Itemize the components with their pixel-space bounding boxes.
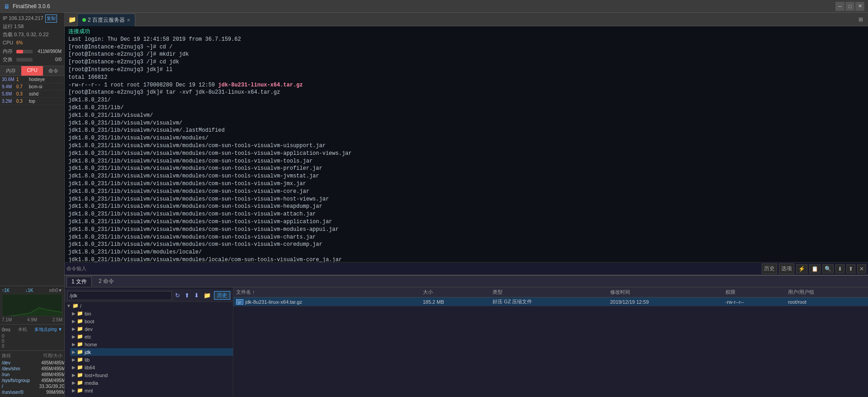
- clipboard-button[interactable]: 📋: [809, 264, 821, 273]
- folder-icon: 📁: [77, 311, 83, 316]
- command-input[interactable]: [90, 266, 762, 272]
- dir-item-mnt[interactable]: ▶ 📁 mnt: [70, 387, 233, 394]
- tab-command[interactable]: 命令: [43, 66, 64, 76]
- net-upload: ↑1K: [2, 288, 9, 293]
- dir-item-boot[interactable]: ▶ 📁 boot: [70, 317, 233, 325]
- cpu-stat-row: CPU 6%: [3, 39, 62, 47]
- tab-commands[interactable]: 2 命令: [94, 276, 119, 287]
- dir-item-dev[interactable]: ▶ 📁 dev: [70, 325, 233, 333]
- dir-item-lib[interactable]: ▶ 📁 lib: [70, 356, 233, 364]
- terminal-input-bar: 命令输入 历史 选项 ⚡ 📋 🔍 ⬇ ⬆ ✕: [65, 262, 868, 275]
- file-owner-cell: root/root: [785, 297, 868, 306]
- folder-icon: 📁: [77, 341, 83, 347]
- bottom-tabs: 1 文件 2 命令: [65, 276, 868, 287]
- title-bar-left: 🖥 FinalShell 3.0.6: [4, 3, 50, 10]
- new-folder-button[interactable]: 📁: [202, 292, 212, 299]
- disk-item: /dev/shm 495M/495M: [2, 366, 62, 372]
- dir-item-home[interactable]: ▶ 📁 home: [70, 340, 233, 348]
- dir-name: jdk: [85, 349, 91, 355]
- ping-label: 0ms: [2, 327, 10, 332]
- disk-item: /run 488M/495M: [2, 372, 62, 378]
- dir-item-lib64[interactable]: ▶ 📁 lib64: [70, 364, 233, 371]
- term-line: jdk1.8.0_231/lib/visualvm/: [68, 112, 864, 120]
- mem-stat-row: 内存 411M/990M: [3, 48, 62, 56]
- ping-row-1: 0ms 本机 多地点ping ▼: [2, 326, 62, 333]
- upload-button[interactable]: ⬆: [846, 264, 855, 273]
- swap-label: 交换: [3, 56, 14, 64]
- minimize-button[interactable]: ─: [835, 2, 844, 11]
- term-line: jdk1.8.0_231/lib/visualvm/visualvm/.last…: [68, 127, 864, 134]
- lightning-button[interactable]: ⚡: [796, 264, 807, 273]
- bottom-panel: 1 文件 2 命令 ↻ ⬆ ⬇ 📁 历史: [65, 275, 868, 397]
- swap-stat-row: 交换 0/0: [3, 56, 62, 64]
- disk-avail: 495M/495M: [33, 366, 65, 371]
- folder-icon: 📁: [77, 318, 83, 324]
- folder-button[interactable]: 📁: [66, 14, 77, 25]
- layout-button[interactable]: ⊞: [855, 14, 866, 25]
- history-button[interactable]: 历史: [762, 263, 777, 274]
- close-term-button[interactable]: ✕: [857, 264, 866, 273]
- terminal[interactable]: 连接成功 Last login: Thu Dec 19 12:41:58 201…: [65, 26, 868, 262]
- term-line: [root@Instance-e2znujq3 jdk]# tar -xvf j…: [68, 89, 864, 96]
- col-perms[interactable]: 权限: [723, 287, 785, 297]
- highlighted-filename: jdk-8u231-linux-x64.tar.gz: [218, 82, 303, 88]
- dir-item-etc[interactable]: ▶ 📁 etc: [70, 333, 233, 340]
- tab-memory[interactable]: 内存: [0, 66, 21, 76]
- dir-item-jdk[interactable]: ▶ 📁 jdk: [70, 348, 233, 356]
- disk-path: /sys/fs/cgroup: [2, 378, 33, 383]
- ip-row: IP 106.13.224.217 复制: [3, 14, 62, 23]
- terminal-toolbar: 历史 选项 ⚡ 📋 🔍 ⬇ ⬆ ✕: [762, 263, 866, 274]
- proc-item: 9.4M 0.7 bcm-si: [0, 83, 64, 91]
- server-tab[interactable]: 2 百度云服务器 ✕: [77, 14, 135, 26]
- proc-cpu-val: 0.7: [16, 84, 29, 89]
- term-line: jdk1.8.0_231/lib/visualvm/modules/locale…: [68, 249, 864, 256]
- maximize-button[interactable]: □: [845, 2, 854, 11]
- disk-avail: 488M/495M: [33, 372, 65, 377]
- proc-size: 5.8M: [2, 91, 16, 96]
- options-button[interactable]: 选项: [779, 263, 794, 274]
- proc-cpu-val: 1: [16, 77, 29, 82]
- file-table: 文件名 ↑ 大小 类型 修改时间 权限 用户/用户组: [233, 287, 868, 306]
- dir-item-media[interactable]: ▶ 📁 media: [70, 379, 233, 387]
- dir-name: lib: [85, 357, 90, 363]
- col-filename[interactable]: 文件名 ↑: [233, 287, 420, 297]
- term-line: jdk1.8.0_231/lib/visualvm/visualvm/modul…: [68, 158, 864, 165]
- col-type[interactable]: 类型: [490, 287, 607, 297]
- uptime-label: 运行 1:58: [3, 23, 62, 31]
- col-size[interactable]: 大小: [420, 287, 490, 297]
- folder-icon: 📁: [72, 303, 79, 309]
- dir-item-bin[interactable]: ▶ 📁 bin: [70, 310, 233, 317]
- close-button[interactable]: ✕: [855, 2, 864, 11]
- download-file-button[interactable]: ⬇: [193, 292, 200, 299]
- search-button[interactable]: 🔍: [822, 264, 834, 273]
- sidebar-info: IP 106.13.224.217 复制 运行 1:58 负载 0.73, 0.…: [3, 14, 62, 64]
- mem-bar: [16, 50, 23, 53]
- cpu-value: 6%: [16, 39, 23, 47]
- download-button[interactable]: ⬇: [835, 264, 844, 273]
- copy-ip-button[interactable]: 复制: [45, 14, 57, 23]
- tab-close-button[interactable]: ✕: [127, 18, 130, 23]
- dir-expand-arrow: ▶: [72, 380, 76, 385]
- upload-file-button[interactable]: ⬆: [183, 292, 191, 299]
- folder-icon: 📁: [77, 349, 83, 355]
- tab-files[interactable]: 1 文件: [66, 277, 92, 287]
- refresh-button[interactable]: ↻: [174, 292, 181, 299]
- disk-col-path: 路径: [2, 353, 11, 359]
- dir-name: dev: [85, 326, 93, 332]
- dir-name: boot: [85, 319, 94, 324]
- col-modified[interactable]: 修改时间: [607, 287, 723, 297]
- dir-name: home: [85, 342, 97, 347]
- file-history-button[interactable]: 历史: [214, 291, 230, 300]
- dir-item-root[interactable]: ▼ 📁 /: [65, 302, 233, 310]
- load-label: 负载 0.73, 0.32, 0.22: [3, 31, 62, 39]
- folder-icon: 📁: [77, 364, 83, 370]
- file-path-input[interactable]: [67, 291, 172, 300]
- dir-item-lost+found[interactable]: ▶ 📁 lost+found: [70, 371, 233, 379]
- col-owner[interactable]: 用户/用户组: [785, 287, 868, 297]
- cpu-label: CPU: [3, 39, 14, 47]
- multi-ping-button[interactable]: 多地点ping ▼: [34, 326, 62, 333]
- table-row[interactable]: gz jdk-8u231-linux-x64.tar.gz 185.2 MB 好…: [233, 297, 868, 306]
- dir-name: /: [80, 303, 81, 309]
- disk-path: /run: [2, 372, 33, 377]
- tab-cpu[interactable]: CPU: [21, 66, 43, 76]
